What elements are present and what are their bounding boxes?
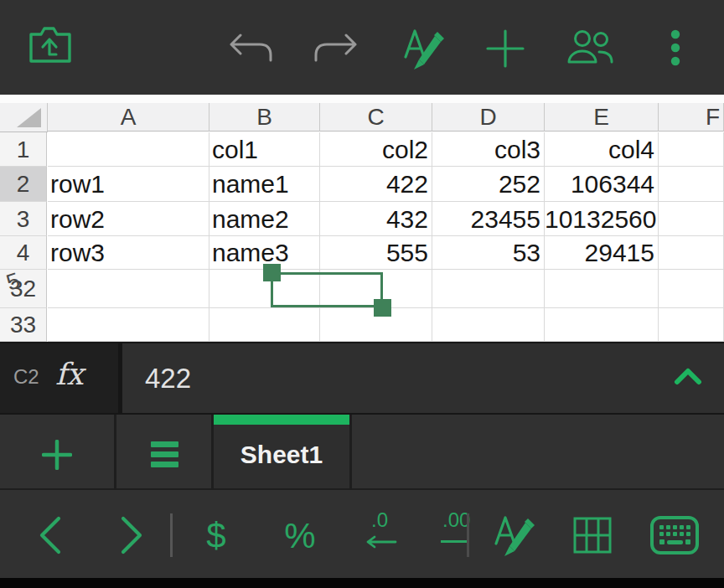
cell-F4[interactable] [659, 236, 724, 270]
active-tab-indicator [214, 415, 349, 425]
column-header-A[interactable]: A [48, 103, 209, 132]
sheet-menu-icon[interactable] [151, 441, 178, 467]
cell-A4[interactable]: row3 [48, 236, 209, 270]
row-header-33[interactable]: 33 [0, 308, 47, 342]
tab-sheet1[interactable]: Sheet1 [214, 415, 349, 488]
keyboard-icon[interactable] [649, 514, 700, 556]
selection-handle-bottom-right[interactable] [374, 299, 391, 317]
select-all-corner[interactable] [0, 103, 48, 132]
cell-F33[interactable] [659, 308, 724, 342]
cell-A33[interactable] [48, 308, 209, 342]
row-header-1[interactable]: 1 [0, 132, 47, 167]
table-borders-icon[interactable] [572, 516, 613, 554]
insert-icon[interactable] [486, 29, 525, 68]
cell-E4[interactable]: 29415 [545, 236, 659, 270]
cell-C1[interactable]: col2 [320, 132, 432, 167]
percent-format-button[interactable]: % [277, 513, 323, 560]
currency-format-button[interactable]: $ [198, 513, 235, 560]
next-icon[interactable] [118, 515, 145, 555]
cell-E33[interactable] [545, 308, 659, 342]
cell-B3[interactable]: name2 [209, 202, 320, 236]
cell-F1[interactable] [659, 132, 724, 167]
system-nav-bar [0, 578, 724, 588]
cell-reference-box[interactable]: C2 fx [0, 343, 118, 413]
cell-C3[interactable]: 432 [320, 202, 432, 236]
column-header-E[interactable]: E [545, 103, 659, 132]
cell-D33[interactable] [432, 308, 545, 342]
collapse-chevron-icon[interactable] [674, 358, 702, 395]
cell-A3[interactable]: row2 [48, 202, 209, 236]
bottom-toolbar: $ % .0 .00 [0, 490, 724, 578]
spreadsheet-grid: ABCDEF1col1col2col3col42row1name14222521… [0, 103, 724, 342]
cell-F2[interactable] [659, 167, 724, 202]
cell-D1[interactable]: col3 [432, 132, 545, 167]
cell-E32[interactable] [545, 270, 659, 308]
cell-F32[interactable] [659, 270, 724, 308]
prev-icon[interactable] [37, 515, 64, 555]
cell-D2[interactable]: 252 [432, 167, 545, 202]
selection-handle-top-left[interactable] [263, 264, 281, 281]
column-header-C[interactable]: C [320, 103, 432, 132]
grid-top-strip [0, 95, 724, 103]
add-sheet-icon[interactable] [42, 440, 72, 470]
cell-C2[interactable]: 422 [320, 167, 432, 202]
sheet-tab-bar: Sheet1 [0, 415, 724, 488]
cell-B2[interactable]: name1 [209, 167, 320, 202]
format-text-icon[interactable] [402, 25, 444, 72]
row-header-3[interactable]: 3 [0, 202, 47, 236]
cell-E3[interactable]: 10132560 [545, 202, 659, 236]
undo-icon[interactable] [228, 34, 275, 62]
select-all-triangle [17, 108, 41, 127]
toolbar-divider [467, 513, 469, 557]
cell-selection-border [271, 272, 383, 307]
format-text-icon[interactable] [493, 512, 535, 559]
column-header-F[interactable]: F [659, 103, 724, 132]
row-header-2[interactable]: 2 [0, 167, 47, 202]
row-header-32[interactable]: 325 [0, 270, 47, 308]
formula-bar: C2 fx 422 [0, 342, 724, 415]
cell-A2[interactable]: row1 [48, 167, 209, 202]
cell-E2[interactable]: 106344 [545, 167, 659, 202]
cell-B1[interactable]: col1 [209, 132, 320, 167]
redo-icon[interactable] [312, 34, 359, 62]
formula-input[interactable]: 422 [122, 343, 724, 413]
cell-D3[interactable]: 23455 [432, 202, 545, 236]
column-header-B[interactable]: B [209, 103, 320, 132]
cell-E1[interactable]: col4 [545, 132, 659, 167]
top-toolbar [0, 0, 724, 95]
cell-F3[interactable] [659, 202, 724, 236]
toolbar-divider [170, 513, 173, 557]
cell-D32[interactable] [432, 270, 545, 308]
share-people-icon[interactable] [566, 30, 615, 64]
cell-reference: C2 [13, 365, 39, 389]
cell-B33[interactable] [209, 308, 320, 342]
cell-D4[interactable]: 53 [432, 236, 545, 270]
cell-C4[interactable]: 555 [320, 236, 432, 270]
cell-A32[interactable] [48, 270, 209, 308]
cell-A1[interactable] [48, 132, 209, 167]
increase-decimal-underline [441, 540, 467, 543]
column-header-D[interactable]: D [432, 103, 545, 132]
save-export-icon[interactable] [28, 24, 73, 64]
tabbar-divider [114, 415, 116, 488]
sheet-tab-label: Sheet1 [214, 425, 349, 488]
decrease-decimal-arrow-icon [364, 535, 397, 549]
fx-icon[interactable]: fx [55, 357, 84, 391]
tabbar-divider [349, 415, 352, 488]
overflow-menu-icon[interactable] [670, 29, 680, 66]
